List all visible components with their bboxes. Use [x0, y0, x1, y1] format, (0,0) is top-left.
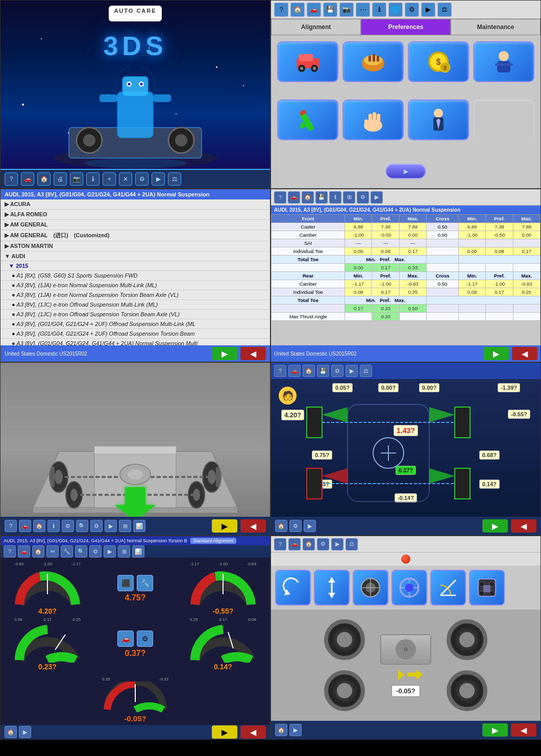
print-icon[interactable]: 🖨: [54, 172, 67, 186]
tb-p-fwd[interactable]: ▶: [105, 520, 117, 532]
tb-ws-car[interactable]: 🚗: [288, 538, 301, 550]
align-nav-back[interactable]: ◀: [512, 347, 537, 360]
setup-icon-arrows[interactable]: [314, 570, 350, 606]
tab-preferences[interactable]: Preferences: [361, 19, 451, 35]
tb-la-help[interactable]: ?: [274, 365, 286, 377]
car-btn2[interactable]: 🚗: [307, 3, 321, 17]
gauge-nav-back[interactable]: ◀: [240, 725, 266, 739]
tb-g-table[interactable]: 📊: [132, 545, 144, 558]
tb-ws-home[interactable]: 🏠: [303, 538, 315, 550]
settings-icon[interactable]: ⚙: [135, 172, 149, 186]
tb-la-scale[interactable]: ⚖: [360, 365, 372, 377]
pref-icon-car[interactable]: [277, 41, 338, 82]
scale-btn2[interactable]: ⚖: [437, 3, 452, 17]
tb-p-grid[interactable]: ⊞: [119, 520, 131, 532]
tb-la-car[interactable]: 🚗: [288, 365, 301, 377]
tb-p-info[interactable]: ℹ: [47, 520, 60, 532]
forward-icon[interactable]: ▶: [152, 172, 165, 186]
tb-ws-gear[interactable]: ⚙: [317, 538, 329, 550]
tb-g-zoom[interactable]: 🔍: [75, 545, 87, 558]
pref-icon-food[interactable]: [342, 41, 404, 82]
tab-maintenance[interactable]: Maintenance: [451, 19, 540, 35]
nav-back[interactable]: ◀: [240, 347, 266, 360]
tb-la-arrow[interactable]: ▶: [346, 365, 358, 377]
tb-la2-arrow[interactable]: ▶: [304, 520, 316, 532]
ws-nav-forward[interactable]: ▶: [482, 723, 508, 737]
tb-info[interactable]: ℹ: [329, 191, 341, 204]
list-item-alfa[interactable]: ▶ ALFA ROMEO: [1, 210, 270, 220]
help-btn[interactable]: ?: [274, 3, 288, 17]
list-item-audi[interactable]: ▼ AUDI: [1, 251, 270, 261]
p-nav-back[interactable]: ◀: [240, 519, 266, 533]
gear-btn2[interactable]: ⚙: [405, 3, 419, 17]
center-icon2[interactable]: 🔧: [137, 575, 153, 591]
save-btn[interactable]: 💾: [323, 3, 337, 17]
tb-car[interactable]: 🚗: [288, 191, 300, 204]
info-icon[interactable]: ℹ: [86, 172, 100, 186]
tb-arrow[interactable]: ▶: [371, 191, 383, 204]
tb-home[interactable]: 🏠: [302, 191, 314, 204]
list-item-a3-1ja-vl[interactable]: ● A3 [8V], (1JA) e-tron Normal Suspensio…: [1, 290, 270, 300]
pref-icon-person[interactable]: [473, 41, 534, 82]
camera-icon[interactable]: 📷: [70, 172, 83, 186]
setup-icon-angle[interactable]: [430, 570, 466, 606]
tb-la-home[interactable]: 🏠: [303, 365, 315, 377]
list-item-2015[interactable]: ▼ 2015: [1, 261, 270, 271]
tb-g-help[interactable]: ?: [4, 545, 16, 558]
la-nav-forward[interactable]: ▶: [482, 519, 508, 533]
home-icon[interactable]: 🏠: [37, 172, 51, 186]
list-item-a3-g01-tb[interactable]: ● A3 [8V], (G01/G04, G21/G24 + 2UF) Offr…: [1, 329, 270, 339]
arrow-btn[interactable]: ▶: [421, 3, 435, 17]
gauge-yellow-btn[interactable]: ▶: [212, 725, 237, 739]
tb-p-car[interactable]: 🚗: [19, 520, 31, 532]
tb-p-gear[interactable]: ⚙: [90, 520, 103, 532]
car-icon[interactable]: 🚗: [21, 172, 34, 186]
tb-la2-settings[interactable]: ⚙: [289, 520, 302, 532]
tb-g-tools[interactable]: 🔧: [61, 545, 73, 558]
vehicle-list[interactable]: ▶ ACURA ▶ ALFA ROMEO ▶ AM GENERAL ▶ AM G…: [1, 199, 270, 345]
pref-icon-hand[interactable]: [342, 99, 404, 140]
tb-g-gear[interactable]: ⚙: [89, 545, 102, 558]
preferences-ok-btn[interactable]: ▶: [385, 164, 426, 179]
tb-la-gear[interactable]: ⚙: [331, 365, 343, 377]
list-item-a3-1ja-ml[interactable]: ● A3 [8V], (1JA) e-tron Normal Suspensio…: [1, 281, 270, 290]
list-item-amg-custom[interactable]: ▶ AM GENERAL (进口) (Customized): [1, 230, 270, 241]
dots-btn[interactable]: ⋯: [356, 3, 370, 17]
tb-ws-help[interactable]: ?: [274, 538, 286, 550]
tb-la-save[interactable]: 💾: [317, 365, 329, 377]
list-item-amg[interactable]: ▶ AM GENERAL: [1, 220, 270, 230]
pref-icon-tie[interactable]: [408, 99, 469, 140]
tab-alignment[interactable]: Alignment: [271, 19, 361, 35]
center-icon1[interactable]: ⬛: [117, 575, 134, 591]
tb-save[interactable]: 💾: [315, 191, 328, 204]
tb-g2-home[interactable]: 🏠: [5, 726, 17, 738]
ws-nav-back[interactable]: ◀: [511, 723, 536, 737]
tb-g-grid[interactable]: ⊞: [118, 545, 130, 558]
list-item-a3-1jc-ml[interactable]: ● A3 [8V], (1JC) e-tron Offroad Suspensi…: [1, 300, 270, 310]
help-icon[interactable]: ?: [5, 172, 18, 186]
list-item-acura[interactable]: ▶ ACURA: [1, 199, 270, 210]
tb-table[interactable]: ⊞: [343, 191, 355, 204]
tb-p-help[interactable]: ?: [5, 520, 17, 532]
add-icon[interactable]: +: [103, 172, 116, 186]
scale-icon[interactable]: ⚖: [168, 172, 181, 186]
tb-g2-arrow[interactable]: ▶: [19, 726, 31, 738]
setup-icon-rim[interactable]: [391, 570, 427, 606]
tb-ws-scale[interactable]: ⚖: [346, 538, 358, 550]
pref-icon-pen[interactable]: [277, 99, 338, 140]
tb-p-settings[interactable]: ⚙: [62, 520, 74, 532]
tb-gear[interactable]: ⚙: [357, 191, 369, 204]
yellow-btn[interactable]: ▶: [212, 519, 237, 533]
tb-ws2-arrow[interactable]: ▶: [289, 724, 302, 736]
la-nav-back[interactable]: ◀: [511, 519, 536, 533]
tb-g-home[interactable]: 🏠: [32, 545, 44, 558]
setup-icon-wheel[interactable]: [353, 570, 388, 606]
center-icon3[interactable]: 🚗: [117, 631, 134, 647]
list-item-a1-s1[interactable]: ● A1 [8X], (G58, G60) S1 Sports Suspensi…: [1, 271, 270, 281]
align-nav-forward[interactable]: ▶: [483, 347, 509, 360]
tb-help[interactable]: ?: [274, 191, 286, 204]
home-btn2[interactable]: 🏠: [290, 3, 305, 17]
tb-g-pen[interactable]: ✏: [46, 545, 59, 558]
tb-ws-arrow[interactable]: ▶: [331, 538, 343, 550]
globe-btn[interactable]: 🌐: [388, 3, 403, 17]
